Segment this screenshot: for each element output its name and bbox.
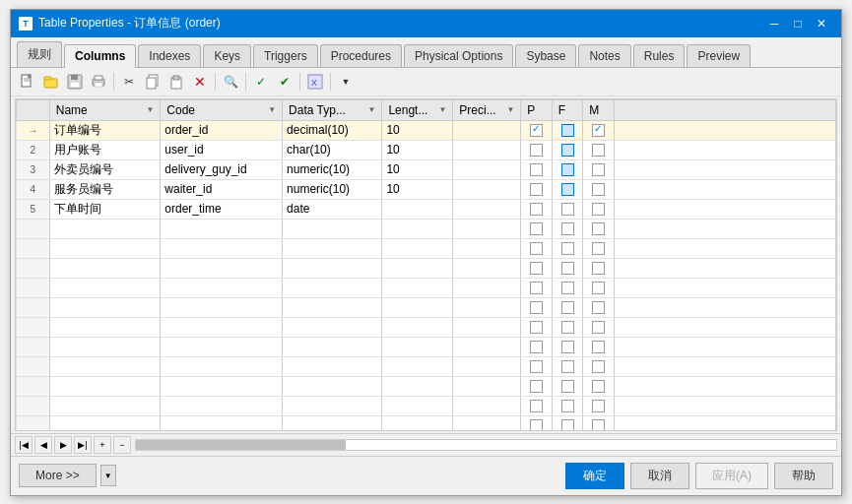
row-p-cell[interactable] <box>521 120 553 140</box>
tab-sybase[interactable]: Sybase <box>515 44 576 67</box>
col-header-precision[interactable]: Preci...▼ <box>453 99 521 120</box>
empty-checkbox[interactable] <box>561 419 574 430</box>
p-checkbox[interactable] <box>530 183 543 196</box>
empty-checkbox[interactable] <box>592 222 605 235</box>
row-p-cell[interactable] <box>521 199 553 219</box>
row-code[interactable]: waiter_id <box>161 179 283 199</box>
row-precision[interactable] <box>453 140 521 159</box>
scroll-add-btn[interactable]: + <box>94 436 111 454</box>
m-checkbox[interactable] <box>592 203 605 216</box>
empty-checkbox[interactable] <box>561 341 574 353</box>
tab-columns[interactable]: Columns <box>64 44 136 68</box>
row-name[interactable]: 用户账号 <box>49 140 161 159</box>
row-precision[interactable] <box>453 120 521 140</box>
confirm-button[interactable]: 确定 <box>565 463 624 489</box>
empty-checkbox[interactable] <box>530 360 543 373</box>
maximize-button[interactable]: □ <box>786 14 810 33</box>
row-p-cell[interactable] <box>521 159 553 179</box>
row-datatype[interactable]: numeric(10) <box>283 159 382 179</box>
toolbar-paste-btn[interactable] <box>165 71 187 93</box>
empty-checkbox[interactable] <box>530 419 543 430</box>
row-precision[interactable] <box>453 199 521 219</box>
row-f-cell[interactable] <box>552 159 583 179</box>
empty-checkbox[interactable] <box>592 282 605 294</box>
col-header-m[interactable]: M <box>583 99 615 120</box>
row-datatype[interactable]: char(10) <box>283 140 382 159</box>
p-checkbox[interactable] <box>530 124 543 137</box>
row-f-cell[interactable] <box>552 140 583 159</box>
empty-checkbox[interactable] <box>592 262 605 275</box>
toolbar-new-btn[interactable] <box>17 71 38 93</box>
col-header-datatype[interactable]: Data Typ...▼ <box>283 99 382 120</box>
row-code[interactable]: order_time <box>161 199 283 219</box>
scroll-next-btn[interactable]: ▶ <box>54 436 72 454</box>
scroll-last-btn[interactable]: ▶| <box>74 436 92 454</box>
tab-rules2[interactable]: Rules <box>633 44 686 67</box>
row-precision[interactable] <box>453 179 521 199</box>
empty-checkbox[interactable] <box>530 282 543 294</box>
f-checkbox[interactable] <box>561 183 574 196</box>
p-checkbox[interactable] <box>530 144 543 157</box>
f-checkbox[interactable] <box>561 144 574 157</box>
tab-physical-options[interactable]: Physical Options <box>404 44 513 67</box>
row-f-cell[interactable] <box>552 120 583 140</box>
empty-checkbox[interactable] <box>561 360 574 373</box>
empty-checkbox[interactable] <box>561 282 574 294</box>
cancel-button[interactable]: 取消 <box>630 463 689 489</box>
empty-checkbox[interactable] <box>530 222 543 235</box>
col-header-code[interactable]: Code▼ <box>161 99 283 120</box>
empty-checkbox[interactable] <box>592 400 605 412</box>
tab-triggers[interactable]: Triggers <box>253 44 318 67</box>
row-name[interactable]: 下单时间 <box>49 199 161 219</box>
row-f-cell[interactable] <box>552 199 583 219</box>
col-header-name[interactable]: Name▼ <box>49 99 161 120</box>
row-p-cell[interactable] <box>521 179 553 199</box>
empty-checkbox[interactable] <box>561 400 574 412</box>
p-checkbox[interactable] <box>530 163 543 176</box>
footer-dropdown-btn[interactable]: ▼ <box>100 465 116 486</box>
toolbar-delete-btn[interactable]: ✕ <box>189 71 211 93</box>
row-f-cell[interactable] <box>552 179 583 199</box>
row-m-cell[interactable] <box>583 140 615 159</box>
empty-checkbox[interactable] <box>530 400 543 412</box>
toolbar-print-btn[interactable] <box>88 71 109 93</box>
col-header-length[interactable]: Lengt...▼ <box>382 99 453 120</box>
row-length[interactable]: 10 <box>382 140 453 159</box>
row-m-cell[interactable] <box>583 120 615 140</box>
row-m-cell[interactable] <box>583 159 615 179</box>
f-checkbox[interactable] <box>561 124 574 137</box>
p-checkbox[interactable] <box>530 203 543 216</box>
scroll-first-btn[interactable]: |◀ <box>15 436 33 454</box>
row-datatype[interactable]: numeric(10) <box>283 179 382 199</box>
row-code[interactable]: delivery_guy_id <box>161 159 283 179</box>
m-checkbox[interactable] <box>592 183 605 196</box>
row-length[interactable]: 10 <box>382 179 453 199</box>
m-checkbox[interactable] <box>592 163 605 176</box>
tab-notes[interactable]: Notes <box>578 44 630 67</box>
row-p-cell[interactable] <box>521 140 553 159</box>
row-length[interactable]: 10 <box>382 120 453 140</box>
empty-checkbox[interactable] <box>561 321 574 334</box>
row-precision[interactable] <box>453 159 521 179</box>
empty-checkbox[interactable] <box>592 301 605 314</box>
empty-checkbox[interactable] <box>592 321 605 334</box>
empty-checkbox[interactable] <box>561 222 574 235</box>
empty-checkbox[interactable] <box>592 380 605 393</box>
scroll-prev-btn[interactable]: ◀ <box>34 436 52 454</box>
toolbar-dropdown-btn[interactable]: ▼ <box>335 71 357 93</box>
tab-preview[interactable]: Preview <box>687 44 751 67</box>
tab-rules[interactable]: 规则 <box>17 41 62 67</box>
help-button[interactable]: 帮助 <box>774 463 833 489</box>
toolbar-check-btn[interactable]: ✓ <box>250 71 272 93</box>
toolbar-search-btn[interactable]: 🔍 <box>220 71 241 93</box>
tab-procedures[interactable]: Procedures <box>320 44 402 67</box>
row-m-cell[interactable] <box>583 179 615 199</box>
more-button[interactable]: More >> <box>19 464 97 487</box>
scroll-del-btn[interactable]: − <box>113 436 131 454</box>
empty-checkbox[interactable] <box>530 341 543 353</box>
row-datatype[interactable]: decimal(10) <box>283 120 382 140</box>
empty-checkbox[interactable] <box>561 380 574 393</box>
empty-checkbox[interactable] <box>530 242 543 255</box>
m-checkbox[interactable] <box>592 144 605 157</box>
toolbar-validate-btn[interactable]: ✔ <box>274 71 295 93</box>
